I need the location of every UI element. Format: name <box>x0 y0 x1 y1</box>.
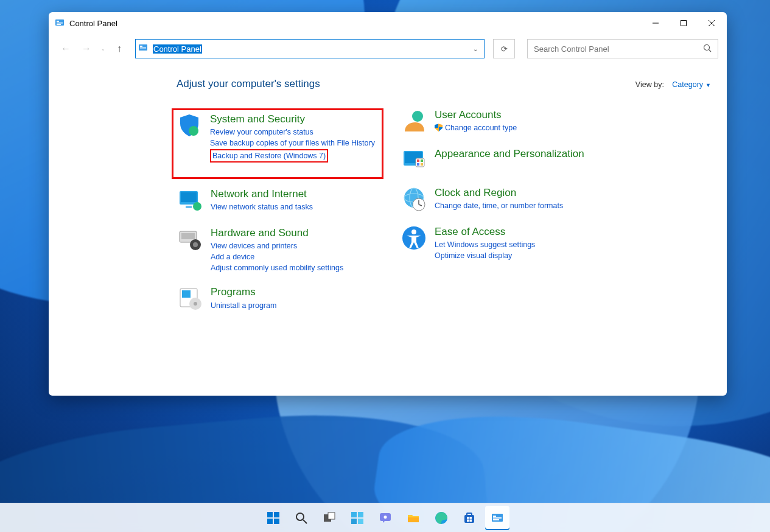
refresh-button[interactable]: ⟳ <box>493 39 515 58</box>
category-link-hardware-sound-2[interactable]: Adjust commonly used mobility settings <box>211 262 383 273</box>
svg-point-26 <box>412 111 423 122</box>
category-title-system-security[interactable]: System and Security <box>210 113 378 125</box>
svg-point-25 <box>194 302 197 306</box>
address-bar[interactable]: Control Panel ⌄ <box>135 39 485 58</box>
svg-rect-1 <box>57 21 59 22</box>
svg-rect-15 <box>181 192 197 202</box>
svg-rect-9 <box>140 46 142 47</box>
category-system-security: System and Security Review your computer… <box>176 113 378 163</box>
category-link-user-accounts-0[interactable]: Change account type <box>435 122 620 133</box>
forward-button[interactable]: → <box>78 40 95 57</box>
address-dropdown-icon[interactable]: ⌄ <box>469 46 481 52</box>
category-title-programs[interactable]: Programs <box>211 285 383 298</box>
category-title-clock-region[interactable]: Clock and Region <box>435 186 620 199</box>
category-link-hardware-sound-1[interactable]: Add a device <box>211 251 383 262</box>
svg-rect-59 <box>467 513 472 516</box>
svg-rect-67 <box>493 519 499 520</box>
svg-rect-53 <box>358 519 363 524</box>
view-by: View by: Category▼ <box>635 80 711 89</box>
appearance-icon <box>401 147 427 174</box>
back-button[interactable]: ← <box>57 40 74 57</box>
up-button[interactable]: ↑ <box>111 40 128 57</box>
svg-rect-5 <box>681 21 687 26</box>
svg-rect-61 <box>469 517 472 519</box>
svg-rect-42 <box>267 512 273 517</box>
close-button[interactable] <box>698 12 726 34</box>
category-title-user-accounts[interactable]: User Accounts <box>435 108 620 121</box>
window-title: Control Panel <box>69 19 117 28</box>
svg-rect-66 <box>493 517 502 519</box>
category-link-system-security-2[interactable]: Backup and Restore (Windows 7) <box>210 149 378 163</box>
svg-point-17 <box>193 202 201 211</box>
category-link-network-internet-0[interactable]: View network status and tasks <box>211 201 383 212</box>
search-button[interactable] <box>289 506 313 530</box>
hardware-sound-icon <box>177 226 203 253</box>
svg-rect-23 <box>182 290 191 298</box>
view-by-label: View by: <box>635 80 664 89</box>
chat-button[interactable] <box>373 506 397 530</box>
edge-button[interactable] <box>429 506 453 530</box>
svg-rect-10 <box>140 47 146 49</box>
category-title-ease-of-access[interactable]: Ease of Access <box>435 225 620 238</box>
search-icon <box>703 44 712 54</box>
control-panel-taskbar-button[interactable] <box>485 506 509 530</box>
widgets-button[interactable] <box>345 506 369 530</box>
category-link-ease-of-access-1[interactable]: Optimize visual display <box>435 250 620 261</box>
search-input[interactable] <box>534 44 703 54</box>
ease-of-access-icon <box>401 225 427 252</box>
svg-rect-56 <box>408 517 419 522</box>
svg-rect-62 <box>467 519 469 522</box>
store-button[interactable] <box>457 506 481 530</box>
start-button[interactable] <box>261 506 285 530</box>
recent-dropdown[interactable]: ⌄ <box>99 40 107 57</box>
minimize-button[interactable] <box>642 12 670 34</box>
category-link-system-security-0[interactable]: Review your computer's status <box>210 127 378 138</box>
svg-rect-2 <box>57 23 63 24</box>
svg-line-47 <box>303 520 307 523</box>
svg-rect-63 <box>469 519 472 522</box>
svg-rect-60 <box>467 517 469 519</box>
svg-rect-32 <box>417 163 419 166</box>
category-link-programs-0[interactable]: Uninstall a program <box>211 300 383 311</box>
svg-line-12 <box>709 49 712 52</box>
svg-point-55 <box>383 516 387 519</box>
page-heading: Adjust your computer's settings <box>177 78 715 90</box>
task-view-button[interactable] <box>317 506 341 530</box>
address-text: Control Panel <box>153 44 202 54</box>
category-title-hardware-sound[interactable]: Hardware and Sound <box>211 226 383 239</box>
svg-rect-49 <box>328 513 335 519</box>
category-link-hardware-sound-0[interactable]: View devices and printers <box>211 240 383 251</box>
maximize-button[interactable] <box>670 12 698 34</box>
programs-icon <box>177 285 203 312</box>
nav-toolbar: ← → ⌄ ↑ Control Panel ⌄ ⟳ <box>49 34 727 63</box>
category-appearance: Appearance and Personalization <box>401 147 620 174</box>
svg-rect-44 <box>267 519 273 524</box>
svg-point-46 <box>296 513 304 520</box>
control-panel-window: Control Panel ← → ⌄ ↑ Control Panel ⌄ ⟳ <box>49 12 727 396</box>
category-network-internet: Network and Internet View network status… <box>177 187 383 214</box>
svg-point-21 <box>193 242 198 247</box>
category-link-ease-of-access-0[interactable]: Let Windows suggest settings <box>435 239 620 250</box>
category-hardware-sound: Hardware and Sound View devices and prin… <box>177 226 383 274</box>
svg-rect-3 <box>57 24 61 26</box>
svg-rect-52 <box>351 519 357 524</box>
svg-rect-43 <box>274 512 279 517</box>
view-by-dropdown[interactable]: Category▼ <box>672 80 711 89</box>
svg-point-11 <box>704 44 710 50</box>
svg-rect-19 <box>181 233 195 239</box>
category-title-appearance[interactable]: Appearance and Personalization <box>435 147 620 160</box>
category-user-accounts: User Accounts Change account type <box>401 108 620 135</box>
category-title-network-internet[interactable]: Network and Internet <box>211 187 383 200</box>
clock-region-icon <box>401 186 427 213</box>
category-programs: Programs Uninstall a program <box>177 285 383 312</box>
taskbar <box>0 503 770 532</box>
svg-rect-16 <box>186 206 192 208</box>
svg-point-41 <box>411 229 416 234</box>
svg-point-13 <box>189 126 198 136</box>
category-link-clock-region-0[interactable]: Change date, time, or number formats <box>435 200 620 211</box>
titlebar: Control Panel <box>49 12 727 34</box>
category-link-system-security-1[interactable]: Save backup copies of your files with Fi… <box>210 138 378 149</box>
search-box[interactable] <box>527 39 718 58</box>
control-panel-icon <box>138 43 149 54</box>
file-explorer-button[interactable] <box>401 506 425 530</box>
